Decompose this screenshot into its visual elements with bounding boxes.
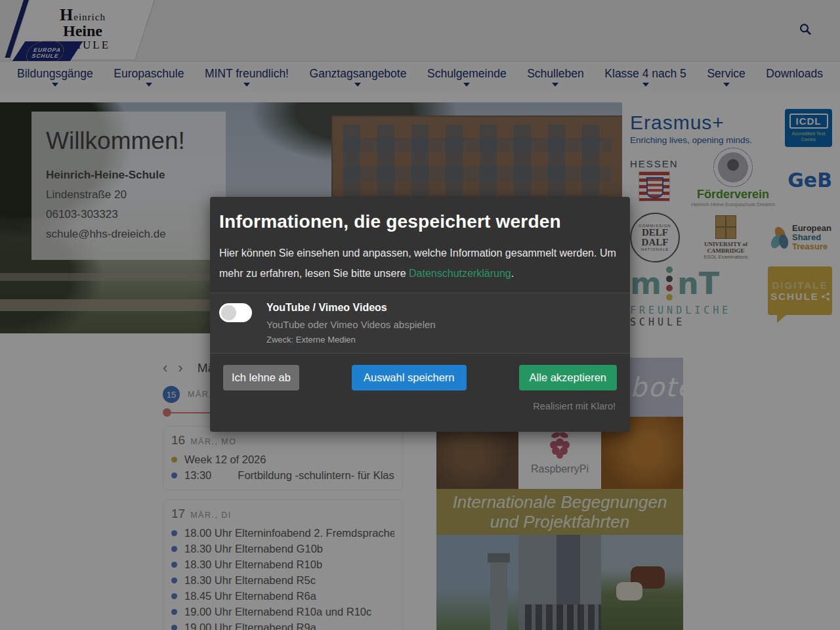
modal-title: Informationen, die gespeichert werden [219,211,621,232]
consent-service-purpose: Zweck: Externe Medien [266,335,436,345]
page-root: Heinrich Heine SCHULE EUROPA SCHULE Bild… [0,0,840,630]
klaro-attribution: Realisiert mit Klaro! [219,401,621,411]
modal-buttons: Ich lehne ab Auswahl speichern Alle akze… [219,365,621,390]
cookie-consent-modal: Informationen, die gespeichert werden Hi… [210,197,630,432]
accept-all-button[interactable]: Alle akzeptieren [519,365,617,390]
consent-toggle[interactable] [219,303,252,322]
save-selection-button[interactable]: Auswahl speichern [352,365,467,390]
consent-service-info: YouTube / Vimeo Videos YouTube oder Vime… [266,302,436,345]
consent-service-description: YouTube oder Vimeo Videos abspielen [266,319,436,330]
consent-service-row: YouTube / Vimeo Videos YouTube oder Vime… [210,293,630,354]
privacy-policy-link[interactable]: Datenschutzerklärung [409,268,511,279]
modal-description: Hier können Sie einsehen und anpassen, w… [219,243,621,284]
toggle-knob [221,305,236,320]
consent-service-title: YouTube / Vimeo Videos [266,302,436,314]
decline-button[interactable]: Ich lehne ab [223,365,299,390]
modal-description-period: . [511,268,514,279]
